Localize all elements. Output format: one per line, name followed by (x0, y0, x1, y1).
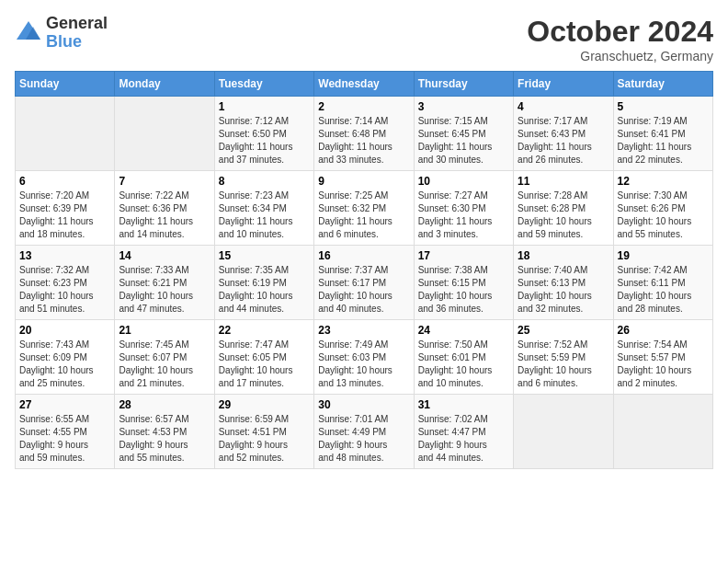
day-number: 28 (119, 398, 210, 411)
logo: General Blue (15, 15, 108, 52)
day-info: Sunrise: 7:23 AM Sunset: 6:34 PM Dayligh… (219, 190, 310, 241)
day-info: Sunrise: 7:49 AM Sunset: 6:03 PM Dayligh… (318, 339, 409, 390)
day-number: 5 (618, 100, 709, 113)
column-header-wednesday: Wednesday (314, 72, 414, 97)
day-cell (115, 97, 214, 171)
logo-general: General (46, 15, 108, 33)
day-cell: 21Sunrise: 7:45 AM Sunset: 6:07 PM Dayli… (115, 320, 214, 395)
day-info: Sunrise: 7:17 AM Sunset: 6:43 PM Dayligh… (518, 115, 609, 167)
day-cell: 24Sunrise: 7:50 AM Sunset: 6:01 PM Dayli… (414, 320, 513, 395)
day-cell: 2Sunrise: 7:14 AM Sunset: 6:48 PM Daylig… (314, 97, 414, 171)
day-number: 8 (219, 175, 310, 188)
day-cell: 31Sunrise: 7:02 AM Sunset: 4:47 PM Dayli… (414, 395, 513, 469)
day-info: Sunrise: 7:35 AM Sunset: 6:19 PM Dayligh… (219, 264, 310, 316)
day-cell (16, 97, 115, 171)
day-cell: 26Sunrise: 7:54 AM Sunset: 5:57 PM Dayli… (613, 320, 712, 395)
day-cell: 23Sunrise: 7:49 AM Sunset: 6:03 PM Dayli… (314, 320, 414, 395)
day-number: 30 (318, 398, 409, 411)
day-number: 14 (119, 249, 210, 262)
day-number: 23 (318, 324, 409, 337)
month-title: October 2024 (527, 15, 713, 49)
day-cell: 18Sunrise: 7:40 AM Sunset: 6:13 PM Dayli… (514, 246, 613, 320)
day-info: Sunrise: 7:30 AM Sunset: 6:26 PM Dayligh… (618, 190, 709, 241)
day-cell (514, 395, 613, 469)
day-info: Sunrise: 7:14 AM Sunset: 6:48 PM Dayligh… (318, 115, 409, 167)
day-number: 26 (618, 324, 709, 337)
day-number: 22 (219, 324, 310, 337)
day-info: Sunrise: 7:22 AM Sunset: 6:36 PM Dayligh… (119, 190, 210, 241)
week-row-2: 6Sunrise: 7:20 AM Sunset: 6:39 PM Daylig… (16, 171, 713, 246)
header-row: SundayMondayTuesdayWednesdayThursdayFrid… (16, 72, 713, 97)
day-number: 2 (318, 100, 409, 113)
day-number: 3 (418, 100, 509, 113)
day-info: Sunrise: 7:40 AM Sunset: 6:13 PM Dayligh… (518, 264, 609, 316)
day-info: Sunrise: 7:37 AM Sunset: 6:17 PM Dayligh… (318, 264, 409, 316)
day-cell: 16Sunrise: 7:37 AM Sunset: 6:17 PM Dayli… (314, 246, 414, 320)
column-header-friday: Friday (514, 72, 613, 97)
week-row-3: 13Sunrise: 7:32 AM Sunset: 6:23 PM Dayli… (16, 246, 713, 320)
day-cell: 4Sunrise: 7:17 AM Sunset: 6:43 PM Daylig… (514, 97, 613, 171)
day-number: 24 (418, 324, 509, 337)
day-info: Sunrise: 7:32 AM Sunset: 6:23 PM Dayligh… (19, 264, 110, 316)
day-number: 20 (19, 324, 110, 337)
day-number: 4 (518, 100, 609, 113)
title-section: October 2024 Granschuetz, Germany (527, 15, 713, 63)
day-cell: 6Sunrise: 7:20 AM Sunset: 6:39 PM Daylig… (16, 171, 115, 246)
day-info: Sunrise: 7:42 AM Sunset: 6:11 PM Dayligh… (618, 264, 709, 316)
day-number: 6 (19, 175, 110, 188)
day-info: Sunrise: 7:02 AM Sunset: 4:47 PM Dayligh… (418, 413, 509, 465)
day-info: Sunrise: 7:15 AM Sunset: 6:45 PM Dayligh… (418, 115, 509, 167)
day-cell: 11Sunrise: 7:28 AM Sunset: 6:28 PM Dayli… (514, 171, 613, 246)
column-header-tuesday: Tuesday (214, 72, 313, 97)
day-cell: 14Sunrise: 7:33 AM Sunset: 6:21 PM Dayli… (115, 246, 214, 320)
day-cell: 10Sunrise: 7:27 AM Sunset: 6:30 PM Dayli… (414, 171, 513, 246)
day-cell: 15Sunrise: 7:35 AM Sunset: 6:19 PM Dayli… (214, 246, 313, 320)
day-info: Sunrise: 7:43 AM Sunset: 6:09 PM Dayligh… (19, 339, 110, 390)
logo-text: General Blue (46, 15, 108, 52)
logo-blue: Blue (46, 33, 108, 52)
day-info: Sunrise: 7:54 AM Sunset: 5:57 PM Dayligh… (618, 339, 709, 390)
day-cell: 27Sunrise: 6:55 AM Sunset: 4:55 PM Dayli… (16, 395, 115, 469)
page-header: General Blue October 2024 Granschuetz, G… (15, 15, 713, 63)
week-row-5: 27Sunrise: 6:55 AM Sunset: 4:55 PM Dayli… (16, 395, 713, 469)
day-info: Sunrise: 7:01 AM Sunset: 4:49 PM Dayligh… (318, 413, 409, 465)
day-number: 17 (418, 249, 509, 262)
column-header-thursday: Thursday (414, 72, 513, 97)
day-cell: 29Sunrise: 6:59 AM Sunset: 4:51 PM Dayli… (214, 395, 313, 469)
day-cell: 12Sunrise: 7:30 AM Sunset: 6:26 PM Dayli… (613, 171, 712, 246)
day-cell: 1Sunrise: 7:12 AM Sunset: 6:50 PM Daylig… (214, 97, 313, 171)
day-cell: 25Sunrise: 7:52 AM Sunset: 5:59 PM Dayli… (514, 320, 613, 395)
day-cell: 30Sunrise: 7:01 AM Sunset: 4:49 PM Dayli… (314, 395, 414, 469)
day-info: Sunrise: 7:20 AM Sunset: 6:39 PM Dayligh… (19, 190, 110, 241)
day-cell: 8Sunrise: 7:23 AM Sunset: 6:34 PM Daylig… (214, 171, 313, 246)
day-number: 21 (119, 324, 210, 337)
day-cell: 5Sunrise: 7:19 AM Sunset: 6:41 PM Daylig… (613, 97, 712, 171)
day-number: 27 (19, 398, 110, 411)
logo-icon (15, 19, 42, 47)
day-cell: 20Sunrise: 7:43 AM Sunset: 6:09 PM Dayli… (16, 320, 115, 395)
day-info: Sunrise: 6:57 AM Sunset: 4:53 PM Dayligh… (119, 413, 210, 465)
day-cell: 3Sunrise: 7:15 AM Sunset: 6:45 PM Daylig… (414, 97, 513, 171)
day-info: Sunrise: 7:38 AM Sunset: 6:15 PM Dayligh… (418, 264, 509, 316)
week-row-1: 1Sunrise: 7:12 AM Sunset: 6:50 PM Daylig… (16, 97, 713, 171)
day-number: 7 (119, 175, 210, 188)
day-number: 15 (219, 249, 310, 262)
day-number: 31 (418, 398, 509, 411)
day-number: 25 (518, 324, 609, 337)
day-info: Sunrise: 6:59 AM Sunset: 4:51 PM Dayligh… (219, 413, 310, 465)
day-info: Sunrise: 7:33 AM Sunset: 6:21 PM Dayligh… (119, 264, 210, 316)
day-number: 29 (219, 398, 310, 411)
day-info: Sunrise: 7:12 AM Sunset: 6:50 PM Dayligh… (219, 115, 310, 167)
day-number: 18 (518, 249, 609, 262)
column-header-sunday: Sunday (16, 72, 115, 97)
day-cell: 9Sunrise: 7:25 AM Sunset: 6:32 PM Daylig… (314, 171, 414, 246)
day-cell: 19Sunrise: 7:42 AM Sunset: 6:11 PM Dayli… (613, 246, 712, 320)
location: Granschuetz, Germany (527, 49, 713, 63)
day-info: Sunrise: 7:25 AM Sunset: 6:32 PM Dayligh… (318, 190, 409, 241)
day-info: Sunrise: 7:28 AM Sunset: 6:28 PM Dayligh… (518, 190, 609, 241)
day-info: Sunrise: 7:47 AM Sunset: 6:05 PM Dayligh… (219, 339, 310, 390)
day-cell (613, 395, 712, 469)
day-info: Sunrise: 7:27 AM Sunset: 6:30 PM Dayligh… (418, 190, 509, 241)
day-info: Sunrise: 7:45 AM Sunset: 6:07 PM Dayligh… (119, 339, 210, 390)
week-row-4: 20Sunrise: 7:43 AM Sunset: 6:09 PM Dayli… (16, 320, 713, 395)
